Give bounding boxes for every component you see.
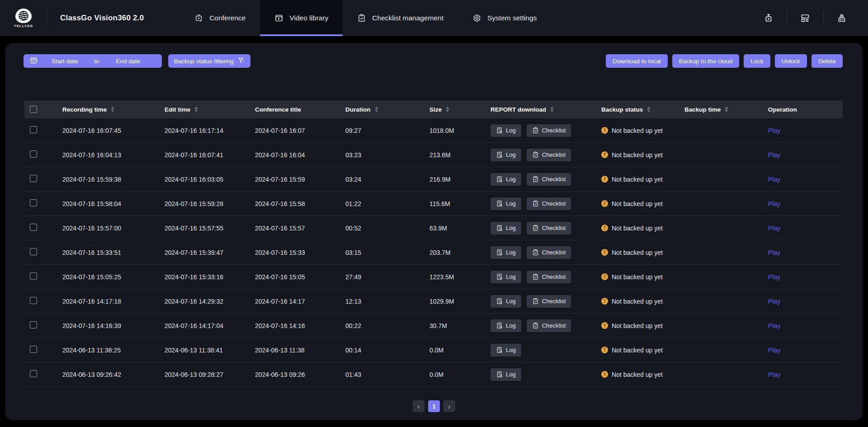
sort-icon[interactable] [647, 107, 651, 113]
play-link[interactable]: Play [768, 273, 780, 281]
row-checkbox[interactable] [30, 199, 37, 206]
recording-time-cell: 2024-06-13 11:38:25 [53, 347, 156, 354]
row-checkbox[interactable] [30, 321, 37, 328]
tab-checklist-management[interactable]: Checklist management [343, 0, 458, 36]
backup-status-filter-button[interactable]: Backup status filtering [168, 54, 250, 68]
play-link[interactable]: Play [768, 127, 780, 134]
unlock-button[interactable]: Unlock [775, 54, 807, 68]
log-button[interactable]: Log [491, 222, 521, 235]
size-cell: 63.9M [420, 225, 481, 232]
start-date-input[interactable]: Start date [38, 58, 92, 65]
checklist-button[interactable]: Checklist [527, 197, 571, 210]
checklist-button[interactable]: Checklist [527, 149, 571, 161]
tab-system-settings[interactable]: System settings [458, 0, 551, 36]
log-button[interactable]: Log [491, 246, 521, 259]
col-size[interactable]: Size [420, 106, 481, 113]
col-recording-time[interactable]: Recording time [53, 106, 156, 113]
table-body: 2024-07-16 16:07:45 2024-07-16 16:17:14 … [24, 118, 843, 387]
play-link[interactable]: Play [768, 249, 780, 256]
delete-button[interactable]: Delete [811, 54, 843, 68]
play-link[interactable]: Play [768, 200, 780, 207]
col-duration[interactable]: Duration [336, 106, 420, 113]
backup-status-cell: ! Not backed up yet [592, 298, 675, 305]
duration-cell: 09:27 [336, 127, 420, 134]
conference-title-cell: 2024-07-16 15:05 [246, 273, 336, 281]
play-link[interactable]: Play [768, 176, 780, 183]
row-checkbox[interactable] [30, 126, 37, 133]
checklist-button[interactable]: Checklist [527, 173, 571, 186]
backup-to-cloud-button[interactable]: Backup to the cloud [672, 54, 740, 68]
log-button-label: Log [506, 176, 516, 183]
play-link[interactable]: Play [768, 298, 780, 305]
date-range-picker[interactable]: Start date to End date [24, 54, 162, 68]
log-button[interactable]: Log [491, 271, 521, 283]
col-backup-status[interactable]: Backup status [592, 106, 675, 113]
recordings-table: Recording time Edit time Conference titl… [24, 100, 843, 387]
log-button[interactable]: Log [491, 173, 521, 186]
duration-cell: 00:14 [336, 347, 420, 354]
backup-status-text: Not backed up yet [612, 273, 663, 281]
log-button[interactable]: Log [491, 197, 521, 210]
log-button[interactable]: Log [491, 295, 521, 308]
backup-status-cell: ! Not backed up yet [592, 322, 675, 329]
row-checkbox[interactable] [30, 150, 37, 158]
table-row: 2024-07-16 15:58:04 2024-07-16 15:59:28 … [24, 192, 843, 216]
sort-icon[interactable] [111, 107, 114, 113]
row-checkbox[interactable] [30, 224, 37, 231]
nav-right-actions [750, 0, 868, 36]
warning-icon: ! [601, 225, 608, 231]
sort-icon[interactable] [375, 107, 378, 113]
warning-icon: ! [601, 176, 608, 183]
log-button[interactable]: Log [491, 124, 521, 137]
row-checkbox[interactable] [30, 370, 37, 377]
select-all-checkbox[interactable] [30, 106, 37, 113]
sort-icon[interactable] [446, 107, 449, 113]
checklist-button-label: Checklist [542, 273, 566, 280]
sort-icon[interactable] [550, 107, 554, 113]
col-backup-time[interactable]: Backup time [675, 106, 759, 113]
row-checkbox[interactable] [30, 297, 37, 304]
row-checkbox[interactable] [30, 248, 37, 255]
checklist-button[interactable]: Checklist [527, 295, 571, 308]
warning-icon: ! [601, 298, 608, 305]
recorder-device-icon[interactable] [824, 0, 860, 36]
download-to-local-button[interactable]: Download to local [606, 54, 668, 68]
cast-player-icon[interactable] [750, 0, 787, 36]
tab-video-library[interactable]: Video library [260, 0, 343, 36]
col-report-download[interactable]: REPORT download [481, 106, 592, 113]
sort-icon[interactable] [194, 107, 198, 113]
duration-cell: 01:22 [336, 200, 420, 207]
pagination-page-1[interactable]: 1 [428, 400, 440, 412]
log-button[interactable]: Log [491, 319, 521, 332]
pagination-prev-button[interactable]: ‹ [413, 400, 425, 412]
checklist-button[interactable]: Checklist [527, 222, 571, 235]
row-checkbox[interactable] [30, 175, 37, 182]
play-link[interactable]: Play [768, 322, 780, 329]
date-range-separator: to [92, 58, 101, 65]
sort-icon[interactable] [725, 107, 728, 113]
row-checkbox[interactable] [30, 346, 37, 353]
checklist-button[interactable]: Checklist [527, 124, 571, 137]
play-link[interactable]: Play [768, 151, 780, 159]
nav-divider [47, 10, 47, 26]
log-button[interactable]: Log [491, 149, 521, 161]
log-button[interactable]: Log [491, 344, 521, 357]
top-nav: TELLYES ClassGo Vision360 2.0 Conference [0, 0, 868, 36]
duration-cell: 00:22 [336, 322, 420, 329]
log-button[interactable]: Log [491, 368, 521, 381]
layout-dashboard-icon[interactable] [787, 0, 823, 36]
tab-conference[interactable]: Conference [180, 0, 260, 36]
play-link[interactable]: Play [768, 347, 780, 354]
col-edit-time[interactable]: Edit time [156, 106, 246, 113]
checklist-button[interactable]: Checklist [527, 246, 571, 259]
pagination-next-button[interactable]: › [443, 400, 455, 412]
end-date-input[interactable]: End date [101, 58, 156, 65]
play-link[interactable]: Play [768, 225, 780, 232]
row-checkbox[interactable] [30, 272, 37, 280]
conference-title-cell: 2024-06-13 09:26 [246, 371, 336, 378]
checklist-button[interactable]: Checklist [527, 319, 571, 332]
checklist-button[interactable]: Checklist [527, 271, 571, 283]
play-link[interactable]: Play [768, 371, 780, 378]
duration-cell: 01:43 [336, 371, 420, 378]
lock-button[interactable]: Lock [744, 54, 770, 68]
